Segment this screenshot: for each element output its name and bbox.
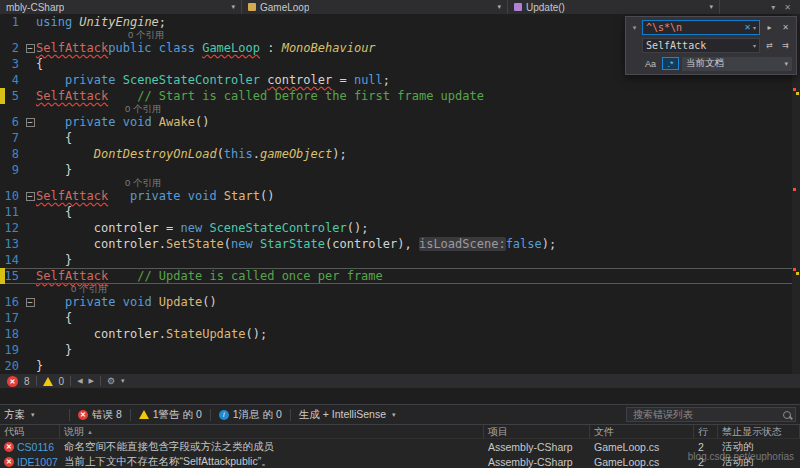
codelens-references-link[interactable]: 0 个引用	[0, 178, 800, 188]
code-token[interactable]: ();	[347, 221, 369, 235]
error-code-link[interactable]: IDE1007	[17, 456, 58, 468]
code-token[interactable]: StarState	[260, 237, 325, 251]
type-dropdown[interactable]: GameLoop ▾	[242, 0, 508, 14]
code-token[interactable]: SceneStateControler	[123, 73, 268, 87]
column-header-project[interactable]: 项目	[484, 425, 590, 438]
code-token[interactable]: DontDestroyOnLoad	[94, 147, 217, 161]
previous-issue-icon[interactable]: ◀	[77, 377, 82, 385]
code-token[interactable]: private void	[65, 115, 159, 129]
code-token[interactable]: =	[332, 73, 354, 87]
code-token[interactable]: );	[542, 237, 556, 251]
code-token[interactable]: controler.	[36, 237, 166, 251]
code-token[interactable]: ;	[159, 15, 166, 29]
replace-history-chevron-icon[interactable]: ▾	[753, 42, 756, 49]
code-text[interactable]: SelfAttack // Start is called before the…	[36, 88, 484, 104]
code-text[interactable]: controler = new SceneStateControler();	[36, 220, 368, 236]
member-dropdown[interactable]: Update() ▾	[508, 0, 720, 14]
fold-toggle-icon[interactable]: −	[24, 114, 36, 130]
code-token[interactable]: }	[36, 359, 43, 373]
replace-next-icon[interactable]: ⇄	[763, 41, 776, 50]
fold-toggle-icon[interactable]: −	[24, 188, 36, 204]
code-token[interactable]: ()	[202, 295, 216, 309]
code-cleanup-icon[interactable]: ⚙	[107, 376, 115, 386]
line-number[interactable]: 6	[0, 114, 24, 130]
codelens-references-link[interactable]: 0 个引用	[0, 284, 800, 294]
code-token[interactable]: GameLoop	[202, 41, 260, 55]
code-token[interactable]: // Update is called once per frame	[137, 269, 383, 283]
code-text[interactable]: DontDestroyOnLoad(this.gameObject);	[36, 146, 347, 162]
column-header-state[interactable]: 禁止显示状态	[718, 425, 800, 438]
fold-toggle-icon[interactable]: −	[24, 294, 36, 310]
code-token[interactable]: controler =	[36, 221, 181, 235]
toggle-replace-icon[interactable]: ▾	[630, 24, 639, 32]
code-text[interactable]: }	[36, 358, 43, 374]
code-text[interactable]: {	[36, 56, 43, 72]
scope-dropdown[interactable]: 方案 ▾	[4, 408, 66, 422]
clear-search-icon[interactable]: ✕	[744, 23, 751, 32]
column-header-line[interactable]: 行	[694, 425, 718, 438]
line-number[interactable]: 12	[0, 220, 24, 236]
code-token[interactable]	[36, 147, 94, 161]
find-input[interactable]	[646, 22, 742, 33]
filter-source-dropdown[interactable]: 生成 + IntelliSense ▾	[294, 408, 401, 422]
code-token[interactable]: ()	[195, 115, 209, 129]
code-token[interactable]: SelfAttack	[36, 41, 108, 55]
code-token[interactable]: SelfAttack	[36, 189, 108, 203]
errors-filter-button[interactable]: ✕ 错误 8	[73, 407, 127, 423]
code-token[interactable]: ;	[383, 73, 390, 87]
warning-icon[interactable]	[43, 377, 53, 386]
replace-all-icon[interactable]: ⇉	[779, 41, 792, 50]
code-text[interactable]: SelfAttack private void Start()	[36, 188, 274, 204]
code-token[interactable]: UnityEngine	[79, 15, 158, 29]
project-dropdown[interactable]: mbly-CSharp ▾	[0, 0, 242, 14]
error-row[interactable]: ✕IDE1007当前上下文中不存在名称“SelfAttackpublic”。As…	[0, 454, 800, 468]
code-text[interactable]: private SceneStateControler controler = …	[36, 72, 390, 88]
codelens-references-link[interactable]: 0 个引用	[0, 104, 800, 114]
line-number[interactable]: 14	[0, 252, 24, 268]
line-number[interactable]: 13	[0, 236, 24, 252]
line-number[interactable]: 19	[0, 342, 24, 358]
close-find-icon[interactable]: ✕	[779, 23, 792, 32]
code-token[interactable]: SelfAttack	[36, 269, 108, 283]
code-token[interactable]: controler.	[36, 327, 166, 341]
code-token[interactable]: Awake	[159, 115, 195, 129]
code-token[interactable]: new	[181, 221, 210, 235]
code-token[interactable]: Start	[224, 189, 260, 203]
code-token[interactable]: null	[354, 73, 383, 87]
code-text[interactable]: SelfAttackpublic class GameLoop : MonoBe…	[36, 40, 376, 56]
warning-count[interactable]: 0	[59, 376, 65, 387]
code-token[interactable]: (controler),	[325, 237, 419, 251]
code-token[interactable]: :	[260, 41, 282, 55]
code-token[interactable]	[36, 115, 65, 129]
code-token[interactable]: }	[36, 343, 72, 357]
code-token[interactable]: .	[253, 147, 260, 161]
code-token[interactable]: gameObject	[260, 147, 332, 161]
code-token[interactable]: {	[36, 57, 43, 71]
line-number[interactable]: 1	[0, 14, 24, 30]
messages-filter-button[interactable]: i 1消息 的 0	[214, 407, 287, 423]
code-token[interactable]: private void	[65, 295, 159, 309]
column-header-code[interactable]: 代码	[0, 425, 60, 438]
line-number[interactable]: 8	[0, 146, 24, 162]
code-text[interactable]: controler.SetState(new StarState(control…	[36, 236, 556, 252]
code-token[interactable]: {	[36, 205, 72, 219]
line-number[interactable]: 20	[0, 358, 24, 374]
code-token[interactable]: SceneStateControler	[209, 221, 346, 235]
code-token[interactable]: (	[217, 147, 224, 161]
warnings-filter-button[interactable]: 1警告 的 0	[134, 407, 207, 423]
code-text[interactable]: private void Update()	[36, 294, 217, 310]
line-number[interactable]: 3	[0, 56, 24, 72]
code-token[interactable]: controler	[267, 73, 332, 87]
next-issue-icon[interactable]: ▶	[89, 377, 94, 385]
code-token[interactable]	[108, 189, 130, 203]
code-token[interactable]: ();	[246, 327, 268, 341]
line-number[interactable]: 18	[0, 326, 24, 342]
code-token[interactable]	[36, 295, 65, 309]
search-history-chevron-icon[interactable]: ▾	[753, 24, 756, 31]
code-token[interactable]: }	[36, 163, 72, 177]
line-number[interactable]: 16	[0, 294, 24, 310]
column-header-description[interactable]: 说明 ▲	[60, 425, 484, 438]
line-number[interactable]: 2	[0, 40, 24, 56]
code-token[interactable]: this	[224, 147, 253, 161]
code-text[interactable]: {	[36, 130, 72, 146]
